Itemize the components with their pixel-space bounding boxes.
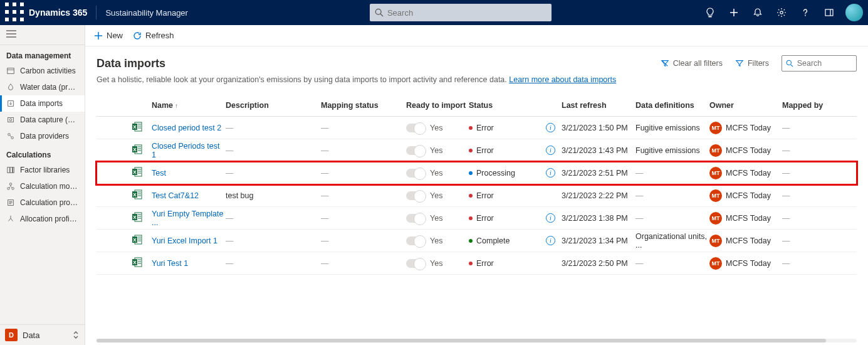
info-icon[interactable]: i (546, 213, 555, 223)
col-mapping[interactable]: Mapping status (321, 101, 406, 110)
info-icon[interactable]: i (546, 123, 555, 132)
svg-text:X: X (133, 215, 137, 220)
refresh-icon (133, 31, 142, 40)
row-ready-toggle[interactable]: Yes (406, 191, 469, 200)
sidebar-item-water[interactable]: Water data (preview) (0, 79, 85, 95)
row-mapping: — (321, 191, 406, 200)
row-name-link[interactable]: Test Cat7&12 (152, 191, 199, 200)
excel-icon: X (132, 234, 143, 245)
excel-icon: X (132, 189, 143, 200)
row-name-link[interactable]: Test (152, 169, 166, 178)
row-mapped-by: — (782, 191, 847, 200)
sidebar-area-switcher[interactable]: D Data (0, 324, 85, 345)
row-definitions: Fugitive emissions (635, 124, 709, 132)
grid-search[interactable] (782, 55, 857, 72)
bell-icon[interactable] (746, 0, 769, 25)
plus-icon[interactable] (723, 0, 745, 25)
row-description: — (226, 124, 321, 132)
area-badge: D (5, 329, 18, 341)
col-mapped-by[interactable]: Mapped by (782, 101, 847, 110)
col-definitions[interactable]: Data definitions (635, 101, 709, 110)
row-mapping: — (321, 214, 406, 223)
sidebar-item-capture[interactable]: Data capture (preview) (0, 112, 85, 128)
clear-filters-button[interactable]: Clear all filters (661, 59, 723, 68)
svg-line-32 (791, 65, 793, 66)
global-search-input[interactable] (387, 8, 546, 18)
sidebar-item-factor[interactable]: Factor libraries (0, 162, 85, 178)
info-icon[interactable]: i (546, 236, 555, 245)
panel-icon[interactable] (818, 0, 840, 25)
horizontal-scrollbar[interactable] (97, 339, 857, 342)
owner-avatar: MT (709, 167, 722, 179)
sidebar-item-profiles[interactable]: Calculation profiles (0, 194, 85, 211)
sidebar-item-carbon[interactable]: Carbon activities (0, 63, 85, 79)
svg-rect-6 (5, 18, 9, 21)
owner-avatar: MT (709, 144, 722, 157)
row-mapping: — (321, 124, 406, 132)
row-name-link[interactable]: Closed period test 2 (152, 124, 221, 132)
data-grid: Name↑ Description Mapping status Ready t… (97, 94, 857, 275)
row-ready-toggle[interactable]: Yes (406, 214, 469, 223)
row-ready-toggle[interactable]: Yes (406, 169, 469, 178)
row-status: Error (469, 259, 562, 268)
table-row[interactable]: XTest——YesProcessingi3/21/2023 2:51 PM—M… (97, 162, 857, 184)
row-status: Errori (469, 146, 562, 155)
row-status: Completei (469, 236, 562, 245)
filters-button[interactable]: Filters (735, 59, 769, 68)
info-icon[interactable]: i (546, 146, 555, 155)
col-status[interactable]: Status (469, 101, 562, 110)
refresh-button[interactable]: Refresh (133, 31, 174, 40)
sidebar-item-models[interactable]: Calculation models (0, 178, 85, 194)
owner-avatar: MT (709, 257, 722, 270)
search-icon (375, 8, 384, 17)
main-panel: New Refresh Data imports Clear all filte… (85, 25, 868, 345)
table-row[interactable]: XClosed Periods test 1——YesErrori3/21/20… (97, 139, 857, 162)
sidebar-item-imports[interactable]: Data imports (0, 95, 85, 112)
svg-rect-7 (13, 18, 16, 21)
row-definitions: — (635, 259, 709, 268)
row-name-link[interactable]: Closed Periods test 1 (152, 142, 219, 159)
sidebar-item-allocation[interactable]: Allocation profiles (p... (0, 211, 85, 227)
row-name-link[interactable]: Yuri Excel Import 1 (152, 236, 217, 245)
svg-point-21 (8, 134, 11, 136)
divider (96, 6, 97, 19)
row-mapping: — (321, 169, 406, 178)
owner-avatar: MT (709, 235, 722, 247)
col-description[interactable]: Description (226, 101, 321, 110)
col-ready[interactable]: Ready to import (406, 101, 469, 110)
grid-search-input[interactable] (797, 59, 852, 68)
sidebar-item-providers[interactable]: Data providers (0, 128, 85, 144)
col-owner[interactable]: Owner (709, 101, 782, 110)
excel-icon: X (132, 166, 143, 178)
sidebar-toggle[interactable] (0, 25, 85, 45)
global-search[interactable] (370, 4, 552, 21)
row-ready-toggle[interactable]: Yes (406, 146, 469, 155)
lightbulb-icon[interactable] (699, 0, 721, 25)
help-icon[interactable] (794, 0, 817, 25)
row-owner: MTMCFS Today (709, 189, 782, 202)
new-button[interactable]: New (94, 31, 123, 40)
table-row[interactable]: XYuri Excel Import 1——YesCompletei3/21/2… (97, 230, 857, 252)
row-ready-toggle[interactable]: Yes (406, 259, 469, 268)
table-row[interactable]: XYuri Empty Template ...——YesErrori3/21/… (97, 207, 857, 230)
table-row[interactable]: XClosed period test 2——YesErrori3/21/202… (97, 117, 857, 139)
gear-icon[interactable] (770, 0, 793, 25)
table-row[interactable]: XTest Cat7&12test bug—YesError3/21/2023 … (97, 184, 857, 207)
col-refresh[interactable]: Last refresh (562, 101, 635, 110)
row-mapped-by: — (782, 259, 847, 268)
row-ready-toggle[interactable]: Yes (406, 236, 469, 245)
row-last-refresh: 3/21/2023 1:38 PM (562, 214, 635, 223)
sort-asc-icon: ↑ (175, 102, 178, 109)
app-launcher-button[interactable] (5, 3, 25, 23)
learn-more-link[interactable]: Learn more about data imports (509, 75, 616, 84)
user-avatar[interactable] (845, 4, 863, 21)
row-ready-toggle[interactable]: Yes (406, 124, 469, 132)
row-last-refresh: 3/21/2023 2:50 PM (562, 259, 635, 268)
info-icon[interactable]: i (546, 168, 555, 178)
table-row[interactable]: XYuri Test 1——YesError3/21/2023 2:50 PM—… (97, 252, 857, 275)
row-mapped-by: — (782, 169, 847, 178)
row-definitions: — (635, 191, 709, 200)
col-name[interactable]: Name↑ (152, 101, 226, 110)
row-name-link[interactable]: Yuri Test 1 (152, 259, 188, 268)
row-name-link[interactable]: Yuri Empty Template ... (152, 210, 223, 227)
